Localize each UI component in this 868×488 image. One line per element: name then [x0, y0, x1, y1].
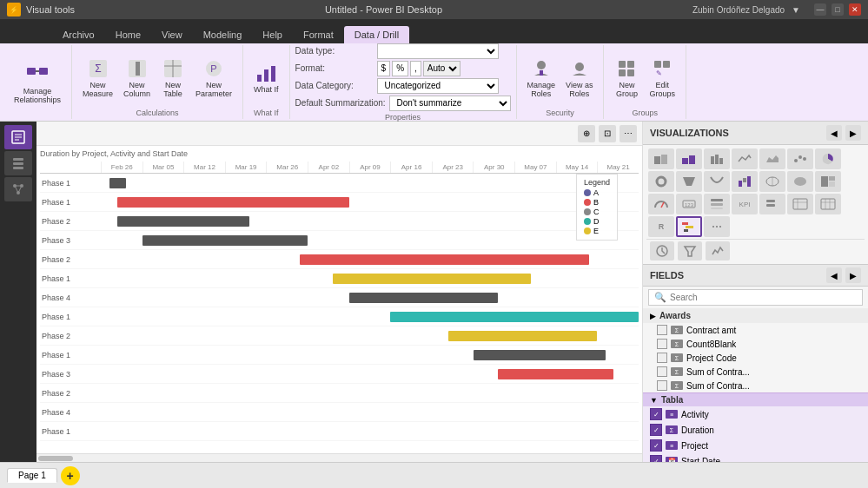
edit-groups-btn[interactable]: ✎ EditGroups — [646, 55, 679, 100]
fields-nav-right[interactable]: ▶ — [845, 267, 861, 283]
viz-kpi[interactable]: KPI — [732, 194, 758, 214]
gantt-date-10: Apr 30 — [473, 162, 514, 173]
add-page-btn[interactable]: + — [61, 466, 80, 485]
ribbon-group-properties: Data type: Format: $ % , Auto Data Categ… — [290, 45, 517, 119]
viz-stacked-bar[interactable] — [648, 148, 674, 169]
viz-column-chart[interactable] — [704, 148, 730, 169]
awards-section-header[interactable]: ▶ Awards — [643, 308, 868, 323]
viz-pie-chart[interactable] — [815, 148, 841, 169]
legend-item-c: C — [584, 208, 610, 216]
tab-format[interactable]: Format — [293, 26, 344, 43]
viz-map[interactable] — [759, 171, 785, 192]
viz-filled-map[interactable] — [787, 171, 813, 192]
viz-slicer[interactable] — [759, 194, 785, 214]
manage-roles-btn[interactable]: ManageRoles — [524, 55, 560, 100]
tab-help[interactable]: Help — [252, 26, 293, 43]
gantt-row: Phase 2 — [40, 250, 639, 269]
viz-area-chart[interactable] — [759, 148, 785, 169]
viz-r-script[interactable]: R — [648, 216, 674, 237]
comma-btn[interactable]: , — [410, 61, 421, 76]
viz-format-btn[interactable] — [650, 241, 674, 260]
minimize-btn[interactable]: — — [814, 3, 826, 16]
tabla-section-header[interactable]: ▼ Tabla — [643, 393, 868, 406]
field-label-start-date: Start Date — [681, 457, 720, 463]
default-summarization-row: Default Summarization: Don't summarize — [295, 96, 511, 111]
viz-matrix[interactable] — [815, 194, 841, 214]
tab-home[interactable]: Home — [105, 26, 151, 43]
gantt-row-label: Phase 3 — [40, 236, 101, 245]
viz-treemap[interactable] — [815, 171, 841, 192]
checkbox-start-date[interactable]: ✓ — [650, 455, 662, 462]
tab-modeling[interactable]: Modeling — [193, 26, 253, 43]
gantt-date-13: May 21 — [597, 162, 639, 173]
new-group-btn[interactable]: NewGroup — [611, 55, 642, 100]
default-summarization-label: Default Summarization: — [295, 98, 386, 108]
tab-archivo[interactable]: Archivo — [52, 26, 105, 43]
viz-scatter[interactable] — [787, 148, 813, 169]
new-column-btn[interactable]: NewColumn — [120, 55, 154, 100]
checkbox-duration[interactable]: ✓ — [650, 424, 662, 436]
checkbox-project[interactable]: ✓ — [650, 439, 662, 452]
gantt-hscrollbar[interactable] — [36, 453, 642, 462]
fields-search-input[interactable] — [670, 293, 857, 302]
viz-analytics-btn[interactable] — [706, 241, 730, 260]
viz-funnel[interactable] — [676, 171, 702, 192]
data-category-dropdown[interactable]: Uncategorized — [377, 78, 499, 94]
viz-line-chart[interactable] — [732, 148, 758, 169]
checkbox-count8blank[interactable] — [657, 339, 667, 349]
manage-relationships-btn[interactable]: ManageRelationships — [10, 57, 64, 106]
svg-rect-1 — [39, 68, 48, 75]
viz-card[interactable]: 123 — [676, 194, 702, 214]
gantt-bar — [448, 331, 597, 341]
checkbox-activity[interactable]: ✓ — [650, 408, 662, 420]
maximize-btn[interactable]: □ — [832, 3, 844, 16]
sidebar-icon-report[interactable] — [4, 125, 32, 149]
viz-ribbon[interactable] — [704, 171, 730, 192]
sidebar-icon-model[interactable] — [4, 177, 32, 201]
sigma-icon-duration: Σ — [666, 425, 678, 434]
svg-rect-53 — [747, 176, 751, 187]
fields-nav-left[interactable]: ◀ — [826, 267, 842, 283]
checkbox-project-code[interactable] — [657, 353, 667, 363]
svg-rect-64 — [711, 203, 723, 206]
viz-multirow-card[interactable] — [704, 194, 730, 214]
view-as-roles-btn[interactable]: View asRoles — [562, 55, 596, 100]
svg-text:Σ: Σ — [95, 63, 101, 75]
svg-rect-30 — [13, 162, 23, 165]
panel-nav-right[interactable]: ▶ — [845, 125, 861, 141]
sidebar-icon-data[interactable] — [4, 151, 32, 175]
canvas-btn-1[interactable]: ⊕ — [578, 125, 595, 142]
tab-data-drill[interactable]: Data / Drill — [344, 26, 409, 43]
auto-dropdown[interactable]: Auto — [423, 61, 461, 76]
currency-btn[interactable]: $ — [377, 61, 391, 76]
checkbox-contract-amt[interactable] — [657, 325, 667, 335]
manage-relationships-label: ManageRelationships — [14, 87, 61, 104]
what-if-btn[interactable]: What If — [250, 59, 282, 96]
close-btn[interactable]: ✕ — [849, 3, 861, 16]
viz-donut-chart[interactable] — [648, 171, 674, 192]
viz-filter-btn[interactable] — [678, 241, 702, 260]
gantt-row: Phase 2 — [40, 384, 639, 403]
viz-gauge[interactable] — [648, 194, 674, 214]
tab-view[interactable]: View — [151, 26, 193, 43]
checkbox-sum-contra-1[interactable] — [657, 366, 667, 377]
new-parameter-btn[interactable]: P NewParameter — [192, 55, 235, 100]
default-summarization-dropdown[interactable]: Don't summarize — [389, 96, 511, 111]
viz-table[interactable] — [787, 194, 813, 214]
viz-bar-chart[interactable] — [676, 148, 702, 169]
new-measure-btn[interactable]: Σ NewMeasure — [79, 55, 116, 100]
new-table-btn[interactable]: NewTable — [157, 55, 189, 100]
data-type-dropdown[interactable] — [377, 43, 499, 59]
viz-waterfall[interactable] — [732, 171, 758, 192]
checkbox-sum-contra-2[interactable] — [657, 380, 667, 391]
ribbon-items-security: ManageRoles View asRoles — [522, 47, 599, 107]
viz-ellipsis[interactable]: ⋯ — [704, 216, 730, 237]
viz-gantt-selected[interactable] — [676, 216, 702, 237]
gantt-row: Phase 1 — [40, 346, 639, 365]
canvas-btn-2[interactable]: ⊡ — [599, 125, 616, 142]
panel-nav-left[interactable]: ◀ — [826, 125, 842, 141]
percent-btn[interactable]: % — [392, 61, 408, 76]
canvas-btn-3[interactable]: ⋯ — [620, 125, 637, 142]
user-menu[interactable]: ▼ — [792, 5, 800, 15]
page-tab-1[interactable]: Page 1 — [7, 468, 57, 483]
